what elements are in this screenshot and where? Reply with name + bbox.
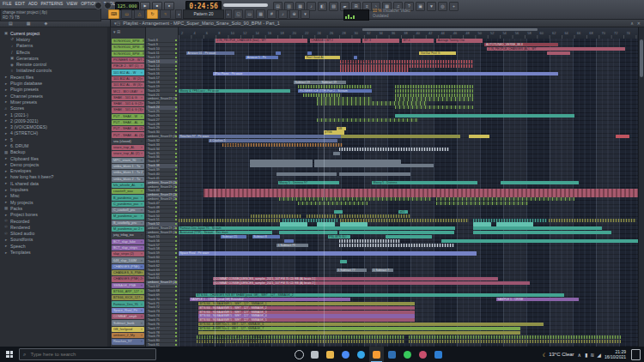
- playlist-clip[interactable]: [280, 222, 307, 226]
- track-enable-led[interactable]: [175, 252, 177, 254]
- track-enable-led[interactable]: [175, 207, 177, 208]
- browser-item[interactable]: ▣Generators: [0, 55, 110, 61]
- playlist-clip[interactable]: BTS#66 - ASMR 90s 5 - WET - 127 - SMBAGK…: [198, 323, 544, 326]
- picker-item[interactable]: lvls_whistle_AL≡: [112, 183, 144, 188]
- track-enable-led[interactable]: [175, 48, 177, 50]
- playlist-clip[interactable]: Famous Dex Japan 95 - Stream: [179, 226, 455, 230]
- menu-item-edit[interactable]: EDIT: [15, 1, 25, 6]
- playhead-line[interactable]: [324, 39, 325, 347]
- main-volume-knob[interactable]: [94, 2, 102, 9]
- picker-item[interactable]: COMBAT_smplr≡: [112, 314, 144, 319]
- picker-item[interactable]: B_pandemix_pac≡: [112, 195, 144, 200]
- track-enable-led[interactable]: [175, 332, 177, 334]
- menu-item-patterns[interactable]: PATTERNS: [41, 1, 64, 6]
- picker-item[interactable]: SMBAGK_PNE≡: [112, 283, 144, 288]
- playlist-clip[interactable]: [339, 239, 400, 243]
- playlist-clip[interactable]: [473, 222, 491, 226]
- track-enable-led[interactable]: [175, 39, 177, 41]
- picker-item[interactable]: 648_slap_100M≡: [112, 257, 144, 262]
- cortana-button[interactable]: [292, 347, 307, 362]
- browser-item[interactable]: ▸Mixer presets: [0, 99, 110, 105]
- playlist-clip[interactable]: 1 Subtract 79: [276, 244, 307, 247]
- task-view-button[interactable]: [307, 347, 322, 362]
- blue-app-button[interactable]: [431, 347, 446, 362]
- playlist-clip[interactable]: [395, 106, 473, 109]
- scrollbar-thumb[interactable]: [640, 39, 643, 77]
- playlist-clip[interactable]: [333, 152, 340, 155]
- track-enable-led[interactable]: [175, 81, 177, 83]
- playlist-clip[interactable]: WT 3: [362, 39, 399, 42]
- track-enable-led[interactable]: [175, 90, 177, 92]
- playlist-clip[interactable]: Feel Good AL: [305, 56, 339, 59]
- playlist-clip[interactable]: GB: [337, 127, 346, 130]
- picker-item[interactable]: Reaches_97≡: [112, 339, 144, 344]
- browser-item[interactable]: ƒEffects: [0, 49, 110, 55]
- playlist-clip[interactable]: [303, 94, 340, 97]
- photos-button[interactable]: [385, 347, 399, 362]
- picker-item[interactable]: BTS66_ARP_127≡: [112, 289, 144, 294]
- playlist-clip[interactable]: Reaches 97 - Pit wave: [179, 135, 341, 138]
- track-enable-led[interactable]: [175, 98, 177, 100]
- playlist-clip[interactable]: [340, 260, 347, 263]
- playlist-clip[interactable]: [395, 114, 574, 118]
- playlist-clip[interactable]: Gorillaz Feel G: [419, 51, 456, 55]
- track-enable-led[interactable]: [175, 136, 177, 137]
- tray-expand-caret-icon[interactable]: ∧: [578, 352, 581, 358]
- playlist-clip[interactable]: Subtract 19: [294, 81, 320, 84]
- track-enable-led[interactable]: [175, 236, 177, 238]
- track-enable-led[interactable]: [175, 165, 177, 166]
- picker-item[interactable]: BTS66_KICK_127≡: [112, 295, 144, 300]
- pattern-display[interactable]: Pattern 20: [183, 9, 224, 19]
- picker-item[interactable]: PUT - SHAK - AL (2)≡: [112, 126, 144, 131]
- playlist-clip[interactable]: 1 Subtract 77: [337, 268, 367, 272]
- track-enable-led[interactable]: [175, 182, 177, 184]
- playlist-clip[interactable]: [395, 97, 473, 100]
- playlist-clip[interactable]: [317, 97, 372, 100]
- playlist-clip[interactable]: 4 ambient 2 (My): [222, 143, 342, 147]
- tool-box-icon[interactable]: ▣: [416, 2, 425, 11]
- browser-item[interactable]: ▸Recent files: [0, 74, 110, 80]
- picker-item[interactable]: Subtract_bank≡: [112, 320, 144, 325]
- playlist-clip[interactable]: [307, 51, 312, 55]
- picker-item[interactable]: SONGS100_BPM - WT 3≡: [112, 51, 144, 57]
- playlist-clip[interactable]: [340, 222, 368, 226]
- track-enable-led[interactable]: [175, 274, 177, 275]
- playlist-clip[interactable]: Airwave 01 - Pit wave: [186, 51, 234, 55]
- playlist-clip[interactable]: Mozzy 5 - Distress 97: [278, 181, 339, 184]
- playlist-clip[interactable]: [395, 94, 473, 97]
- picker-item[interactable]: SHAK - 101 & G (2)≡: [112, 101, 144, 106]
- browser-item[interactable]: ▸Plugin database: [0, 80, 110, 86]
- notification-center-icon[interactable]: [631, 349, 641, 360]
- playlist-clip[interactable]: [339, 244, 454, 247]
- picker-item[interactable]: CHANLES_S_PNE≡: [112, 270, 144, 275]
- playlist-clip[interactable]: FLUME RED (TTF) - WT: [340, 60, 473, 63]
- playlist-clip[interactable]: [276, 51, 281, 55]
- playlist-clip[interactable]: [334, 210, 343, 214]
- picker-item[interactable]: 101 B12 AL - W≡: [112, 69, 144, 75]
- browser-item[interactable]: ≡Initialized controls: [0, 68, 110, 74]
- playlist-clip[interactable]: [436, 202, 528, 205]
- playlist-icon[interactable]: ◧: [318, 2, 327, 11]
- browser-item[interactable]: ▸Project bones: [0, 212, 110, 218]
- track-enable-led[interactable]: [175, 77, 177, 79]
- playlist-clip[interactable]: [250, 164, 313, 167]
- dropdown-icon[interactable]: ▼: [427, 2, 436, 11]
- track-enable-led[interactable]: [175, 111, 177, 112]
- paint-tool-icon[interactable]: ▦: [256, 9, 265, 19]
- playlist-clip[interactable]: [317, 101, 428, 105]
- playlist-clip[interactable]: [386, 235, 432, 238]
- track-enable-led[interactable]: [175, 115, 177, 117]
- track-enable-led[interactable]: [175, 328, 177, 329]
- track-enable-led[interactable]: [175, 131, 177, 133]
- picker-item[interactable]: M_pandemix_ac≡: [112, 214, 144, 219]
- track-enable-led[interactable]: [175, 124, 177, 125]
- track-enable-led[interactable]: [175, 186, 177, 188]
- playlist-clip[interactable]: BTS#66 - 90 BA ASMR 5 - WET - 127 - SMBA…: [198, 311, 415, 314]
- playlist-clip[interactable]: [314, 164, 434, 167]
- track-enable-led[interactable]: [175, 57, 177, 58]
- playlist-clip[interactable]: [ COMBAT CONSEQUENCES_sampler_2021_107 F…: [213, 281, 531, 285]
- playback-scrub-bar[interactable]: [223, 3, 268, 7]
- track-enable-led[interactable]: [175, 223, 177, 225]
- picker-item[interactable]: PIONEER ICE - WT 2≡: [112, 57, 144, 63]
- whatsapp-button[interactable]: [400, 347, 415, 362]
